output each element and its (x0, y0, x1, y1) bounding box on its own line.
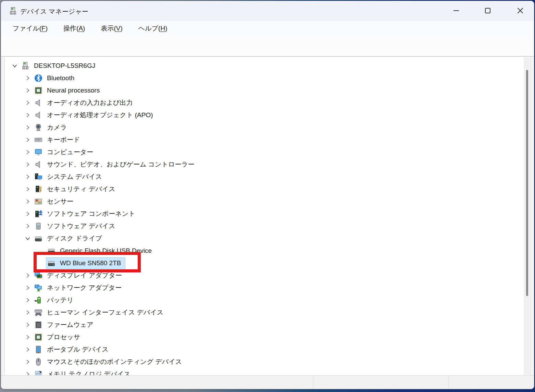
menu-help[interactable]: ヘルプ(H) (134, 22, 172, 35)
tree-item-computer-root[interactable]: DESKTOP-L5SR6GJ (5, 60, 523, 72)
tree-item-content[interactable]: DESKTOP-L5SR6GJ (20, 60, 100, 72)
tree-item-batteries[interactable]: バッテリ (5, 294, 523, 306)
chevron-down-icon[interactable] (10, 62, 20, 70)
tree-item-label: ディスク ドライブ (47, 234, 102, 243)
tree-item-content[interactable]: プロセッサ (33, 331, 85, 343)
tree-item-content[interactable]: キーボード (33, 134, 84, 146)
chevron-right-icon[interactable] (23, 346, 33, 353)
vertical-scrollbar[interactable] (524, 57, 530, 375)
tree-item-sensors[interactable]: センサー (5, 195, 523, 208)
menu-action[interactable]: 操作(A) (59, 22, 90, 35)
tree-item-label: ヒューマン インターフェイス デバイス (47, 308, 163, 317)
tree-item-content[interactable]: セキュリティ デバイス (33, 183, 120, 195)
gpu-icon (34, 271, 43, 280)
maximize-button[interactable] (478, 1, 498, 20)
tree-item-portable-devices[interactable]: ポータブル デバイス (5, 343, 523, 356)
disk-drive-icon (47, 259, 56, 268)
tree-item-sound-video-game-controllers[interactable]: サウンド、ビデオ、およびゲーム コントローラー (5, 158, 523, 171)
tree-item-processors[interactable]: プロセッサ (5, 331, 523, 343)
tree-item-content[interactable]: ファームウェア (33, 319, 98, 331)
chevron-right-icon[interactable] (23, 309, 33, 316)
chevron-right-icon[interactable] (23, 272, 33, 279)
chevron-right-icon[interactable] (23, 284, 33, 292)
keyboard-icon (34, 135, 43, 144)
tree-item-network-adapters[interactable]: ネットワーク アダプター (5, 282, 523, 294)
scrollbar-thumb[interactable] (526, 70, 528, 296)
tree-item-wd-blue-sn580-2tb[interactable]: WD Blue SN580 2TB (5, 257, 523, 269)
tree-item-firmware[interactable]: ファームウェア (5, 319, 523, 331)
device-manager-window: デバイス マネージャー ファイル(F)操作(A)表示(V)ヘルプ(H) ? DE… (1, 1, 534, 389)
tree-item-content[interactable]: オーディオ処理オブジェクト (APO) (33, 109, 158, 121)
chevron-down-icon[interactable] (23, 235, 33, 242)
tree-item-content[interactable]: ソフトウェア コンポーネント (33, 208, 140, 220)
tree-item-content[interactable]: Neural processors (33, 85, 104, 96)
chevron-right-icon[interactable] (23, 99, 33, 107)
tree-item-content[interactable]: オーディオの入力および出力 (33, 97, 137, 109)
tree-item-content[interactable]: システム デバイス (33, 171, 107, 183)
tree-item-label: ネットワーク アダプター (47, 283, 122, 292)
chevron-right-icon[interactable] (23, 321, 33, 329)
tree-item-content[interactable]: サウンド、ビデオ、およびゲーム コントローラー (33, 159, 199, 170)
tree-item-mice-pointing-devices[interactable]: マウスとそのほかのポインティング デバイス (5, 356, 523, 368)
tree-item-neural-processors[interactable]: Neural processors (5, 84, 523, 97)
sensor-map-icon (34, 197, 43, 206)
tree-item-label: オーディオの入力および出力 (47, 98, 133, 107)
tree-item-content[interactable]: ディスプレイ アダプター (33, 270, 126, 281)
tree-item-content[interactable]: ネットワーク アダプター (33, 282, 126, 294)
tree-item-human-interface-devices[interactable]: ヒューマン インターフェイス デバイス (5, 306, 523, 319)
tree-item-bluetooth[interactable]: Bluetooth (5, 72, 523, 84)
tree-item-system-devices[interactable]: システム デバイス (5, 171, 523, 183)
chevron-right-icon[interactable] (23, 333, 33, 341)
tree-item-content[interactable]: メモリ テクノロジ デバイス (33, 368, 135, 375)
chevron-right-icon[interactable] (23, 136, 33, 144)
close-button[interactable] (510, 1, 530, 20)
tree-item-memory-technology-devices[interactable]: メモリ テクノロジ デバイス (5, 368, 523, 375)
tree-item-audio-inputs-outputs[interactable]: オーディオの入力および出力 (5, 97, 523, 109)
chevron-right-icon[interactable] (23, 210, 33, 218)
menu-file[interactable]: ファイル(F) (8, 22, 52, 35)
menu-view[interactable]: 表示(V) (96, 22, 127, 35)
device-tree[interactable]: DESKTOP-L5SR6GJBluetoothNeural processor… (4, 57, 531, 375)
tree-item-disk-drives[interactable]: ディスク ドライブ (5, 232, 523, 245)
tree-item-cameras[interactable]: カメラ (5, 121, 523, 134)
tree-item-content[interactable]: Bluetooth (33, 72, 79, 84)
chevron-right-icon[interactable] (23, 185, 33, 193)
tree-item-computer[interactable]: コンピューター (5, 146, 523, 158)
chevron-right-icon[interactable] (23, 198, 33, 205)
chevron-right-icon[interactable] (23, 161, 33, 168)
tree-item-content[interactable]: ソフトウェア デバイス (33, 220, 120, 232)
tree-item-display-adapters[interactable]: ディスプレイ アダプター (5, 269, 523, 282)
title-bar[interactable]: デバイス マネージャー (1, 1, 534, 21)
chevron-right-icon[interactable] (23, 111, 33, 119)
tree-item-content[interactable]: WD Blue SN580 2TB (46, 257, 125, 269)
battery-icon (34, 296, 43, 305)
tree-item-content[interactable]: センサー (33, 196, 78, 207)
no-chevron (36, 247, 46, 255)
chevron-right-icon[interactable] (23, 222, 33, 230)
tree-item-audio-processing-objects[interactable]: オーディオ処理オブジェクト (APO) (5, 109, 523, 121)
tree-item-content[interactable]: Generic Flash Disk USB Device (46, 245, 156, 257)
chevron-right-icon[interactable] (23, 148, 33, 156)
tree-item-content[interactable]: バッテリ (33, 294, 78, 306)
status-cell (313, 376, 449, 389)
chevron-right-icon[interactable] (23, 87, 33, 94)
chevron-right-icon[interactable] (23, 296, 33, 304)
chevron-right-icon[interactable] (23, 370, 33, 375)
tree-item-keyboards[interactable]: キーボード (5, 134, 523, 146)
tree-item-security-devices[interactable]: セキュリティ デバイス (5, 183, 523, 195)
tree-item-software-devices[interactable]: ソフトウェア デバイス (5, 220, 523, 232)
chevron-right-icon[interactable] (23, 358, 33, 366)
tree-item-content[interactable]: ヒューマン インターフェイス デバイス (33, 307, 168, 318)
tree-item-content[interactable]: カメラ (33, 122, 71, 133)
chevron-right-icon[interactable] (23, 124, 33, 131)
status-cell (449, 376, 534, 389)
chevron-right-icon[interactable] (23, 173, 33, 181)
tree-item-content[interactable]: コンピューター (33, 146, 98, 158)
tree-item-content[interactable]: ポータブル デバイス (33, 344, 113, 355)
minimize-button[interactable] (446, 1, 466, 20)
tree-item-content[interactable]: マウスとそのほかのポインティング デバイス (33, 356, 186, 368)
tree-item-software-components[interactable]: ソフトウェア コンポーネント (5, 208, 523, 220)
chevron-right-icon[interactable] (23, 74, 33, 82)
tree-item-generic-flash-disk[interactable]: Generic Flash Disk USB Device (5, 245, 523, 257)
tree-item-content[interactable]: ディスク ドライブ (33, 233, 107, 244)
